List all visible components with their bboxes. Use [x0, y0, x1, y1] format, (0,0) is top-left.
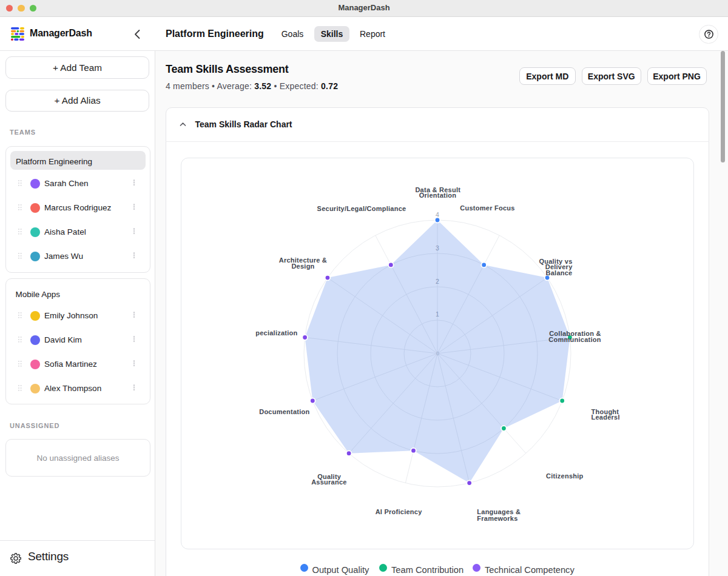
svg-text:Customer Focus: Customer Focus	[460, 204, 514, 212]
svg-text:Citizenship: Citizenship	[546, 472, 583, 480]
svg-text:Security/Legal/Compliance: Security/Legal/Compliance	[317, 205, 406, 212]
svg-text:Assurance: Assurance	[311, 478, 347, 486]
svg-text:Balance: Balance	[545, 269, 572, 276]
svg-text:Communication: Communication	[548, 336, 601, 343]
svg-text:Design: Design	[291, 263, 314, 270]
svg-text:Frameworks: Frameworks	[477, 515, 517, 522]
svg-text:AI Proficiency: AI Proficiency	[375, 508, 422, 515]
svg-text:Specialization: Specialization	[255, 329, 298, 337]
svg-text:Orientation: Orientation	[419, 192, 456, 199]
svg-text:Leadership: Leadership	[591, 414, 619, 421]
svg-text:Documentation: Documentation	[259, 408, 309, 415]
